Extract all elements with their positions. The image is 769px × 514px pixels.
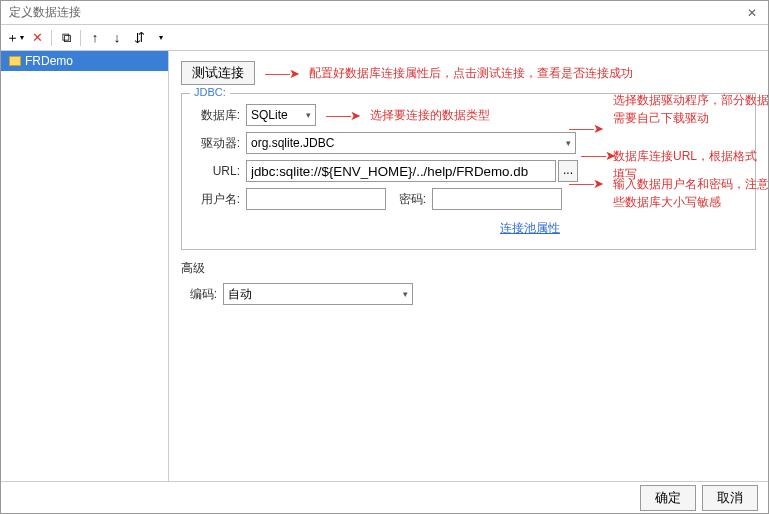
username-label: 用户名: (190, 191, 240, 208)
test-row: 测试连接 ——➤ 配置好数据库连接属性后，点击测试连接，查看是否连接成功 (181, 61, 756, 85)
driver-select[interactable]: org.sqlite.JDBC ▾ (246, 132, 576, 154)
list-item-label: FRDemo (25, 54, 73, 68)
connection-pool-link[interactable]: 连接池属性 (500, 220, 560, 237)
driver-hint: 选择数据驱动程序，部分数据库需要自己下载驱动 (613, 91, 768, 127)
footer: 确定 取消 (1, 481, 768, 513)
more-button[interactable]: ▾ (151, 28, 171, 48)
move-up-button[interactable]: ↑ (85, 28, 105, 48)
dialog-body: FRDemo 测试连接 ——➤ 配置好数据库连接属性后，点击测试连接，查看是否连… (1, 51, 768, 481)
driver-label: 驱动器: (190, 135, 240, 152)
dialog-window: 定义数据连接 ✕ ＋▾ ✕ ⧉ ↑ ↓ ⇵ ▾ FRDemo 测试连接 ——➤ … (0, 0, 769, 514)
arrow-icon: ——➤ (265, 66, 299, 81)
ok-button[interactable]: 确定 (640, 485, 696, 511)
test-hint: 配置好数据库连接属性后，点击测试连接，查看是否连接成功 (309, 65, 633, 82)
database-label: 数据库: (190, 107, 240, 124)
arrow-icon: ——➤ (569, 176, 603, 191)
cancel-button[interactable]: 取消 (702, 485, 758, 511)
chevron-down-icon: ▾ (566, 138, 571, 148)
chevron-down-icon: ▾ (306, 110, 311, 120)
separator (51, 30, 52, 46)
database-select[interactable]: SQLite ▾ (246, 104, 316, 126)
toolbar: ＋▾ ✕ ⧉ ↑ ↓ ⇵ ▾ (1, 25, 768, 51)
window-title: 定义数据连接 (9, 4, 744, 21)
arrow-icon: ——➤ (581, 148, 615, 163)
db-icon (9, 56, 21, 66)
credentials-hint: 输入数据用户名和密码，注意有些数据库大小写敏感 (613, 175, 768, 211)
database-value: SQLite (251, 108, 288, 122)
delete-button[interactable]: ✕ (27, 28, 47, 48)
test-connection-button[interactable]: 测试连接 (181, 61, 255, 85)
arrow-icon: ——➤ (326, 108, 360, 123)
main-panel: 测试连接 ——➤ 配置好数据库连接属性后，点击测试连接，查看是否连接成功 JDB… (169, 51, 768, 481)
database-hint: 选择要连接的数据类型 (370, 107, 490, 124)
driver-value: org.sqlite.JDBC (251, 136, 334, 150)
password-label: 密码: (386, 191, 426, 208)
advanced-label: 高级 (181, 260, 756, 277)
sort-button[interactable]: ⇵ (129, 28, 149, 48)
add-button[interactable]: ＋▾ (5, 28, 25, 48)
copy-button[interactable]: ⧉ (56, 28, 76, 48)
password-input[interactable] (432, 188, 562, 210)
url-input[interactable] (246, 160, 556, 182)
arrow-icon: ——➤ (569, 121, 603, 136)
encoding-label: 编码: (181, 286, 217, 303)
chevron-down-icon: ▾ (403, 289, 408, 299)
encoding-select[interactable]: 自动 ▾ (223, 283, 413, 305)
url-label: URL: (190, 164, 240, 178)
list-item[interactable]: FRDemo (1, 51, 168, 71)
username-input[interactable] (246, 188, 386, 210)
jdbc-legend: JDBC: (190, 86, 230, 98)
separator (80, 30, 81, 46)
close-icon[interactable]: ✕ (744, 6, 760, 20)
encoding-row: 编码: 自动 ▾ (181, 283, 756, 305)
titlebar: 定义数据连接 ✕ (1, 1, 768, 25)
move-down-button[interactable]: ↓ (107, 28, 127, 48)
connection-list: FRDemo (1, 51, 169, 481)
encoding-value: 自动 (228, 286, 252, 303)
